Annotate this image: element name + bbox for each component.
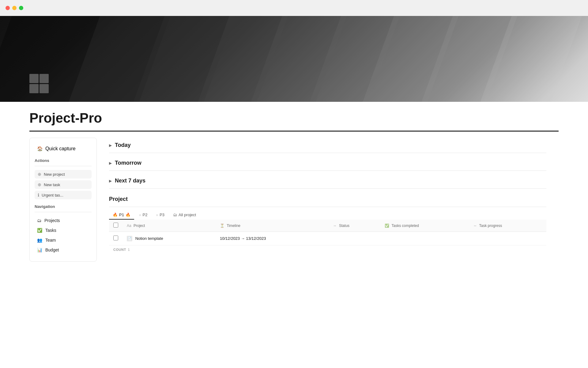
navigation-section-label: Navigation	[35, 204, 92, 209]
row-task-progress-cell	[469, 232, 546, 245]
maximize-button[interactable]	[19, 6, 23, 10]
new-project-button[interactable]: ⊕ New project	[35, 170, 92, 178]
hero-icon-square	[40, 74, 49, 83]
quick-capture-label: Quick capture	[45, 146, 76, 151]
titlebar	[0, 0, 588, 16]
hero-banner	[0, 16, 588, 102]
sidebar-item-team[interactable]: 👥 Team	[35, 236, 92, 245]
row-status-cell	[329, 232, 381, 245]
urgent-task-label: Urgent tas...	[42, 193, 63, 197]
row-project-cell: 📄 Notion template	[123, 232, 216, 245]
project-table: Aa Project ⏳ Timeline ↔ Status	[109, 220, 546, 245]
tasks-icon: ✅	[37, 228, 42, 233]
home-icon: 🏠	[37, 146, 43, 151]
timeline-icon: ⏳	[220, 224, 224, 228]
circle-icon-p2: ○	[139, 213, 141, 217]
row-project-name: Notion template	[135, 236, 163, 240]
count-label: COUNT	[113, 248, 126, 251]
check-icon: ✅	[385, 224, 389, 228]
today-collapse-row[interactable]: ▶ Today	[109, 138, 546, 153]
page-title: Project-Pro	[29, 102, 559, 131]
th-timeline-label: Timeline	[227, 224, 240, 228]
team-icon: 👥	[37, 238, 42, 243]
tab-p1[interactable]: 🔥 P1 🔥	[109, 211, 134, 220]
hero-icon-square	[29, 84, 39, 93]
tab-allproject-label: All project	[179, 213, 196, 217]
next7days-label: Next 7 days	[115, 178, 145, 184]
sidebar: 🏠 Quick capture Actions ⊕ New project ⊕ …	[29, 138, 97, 262]
hero-icon-square	[29, 74, 39, 83]
tab-p1-label: P1	[119, 213, 124, 217]
notion-page-icon: 📄	[127, 236, 132, 241]
projects-icon: 🗂	[37, 218, 41, 223]
th-task-progress-label: Task progress	[479, 224, 502, 228]
tab-p3-label: P3	[160, 213, 164, 217]
today-label: Today	[115, 142, 131, 148]
row-timeline-value: 10/12/2023 → 13/12/2023	[220, 236, 266, 241]
th-tasks-completed-label: Tasks completed	[391, 224, 419, 228]
circle-icon-p3: ○	[156, 213, 158, 217]
chevron-right-icon: ▶	[109, 161, 112, 165]
tab-p2[interactable]: ○ P2	[135, 211, 151, 220]
info-icon: ℹ	[38, 193, 39, 197]
tomorrow-section: ▶ Tomorrow	[109, 155, 546, 171]
hero-icon-square	[40, 84, 49, 93]
actions-divider	[35, 166, 92, 166]
th-status: ↔ Status	[329, 220, 381, 232]
tomorrow-collapse-row[interactable]: ▶ Tomorrow	[109, 155, 546, 171]
tab-p3[interactable]: ○ P3	[152, 211, 168, 220]
page-content: Project-Pro 🏠 Quick capture Actions ⊕ Ne…	[0, 102, 588, 346]
status-icon: ↔	[333, 224, 337, 228]
today-section: ▶ Today	[109, 138, 546, 153]
chevron-right-icon: ▶	[109, 179, 112, 183]
table-row: 📄 Notion template 10/12/2023 → 13/12/202…	[109, 232, 546, 245]
row-timeline-cell: 10/12/2023 → 13/12/2023	[216, 232, 329, 245]
th-project: Aa Project	[123, 220, 216, 232]
tomorrow-label: Tomorrow	[115, 160, 141, 166]
actions-section-label: Actions	[35, 158, 92, 163]
next7days-collapse-row[interactable]: ▶ Next 7 days	[109, 173, 546, 189]
th-timeline: ⏳ Timeline	[216, 220, 329, 232]
navigation-divider	[35, 212, 92, 212]
team-label: Team	[45, 238, 56, 243]
new-project-label: New project	[44, 172, 65, 177]
project-divider	[109, 207, 546, 207]
budget-icon: 📊	[37, 247, 42, 252]
select-all-checkbox[interactable]	[113, 223, 118, 228]
quick-capture-button[interactable]: 🏠 Quick capture	[35, 144, 92, 153]
project-section-title: Project	[109, 196, 546, 202]
chevron-right-icon: ▶	[109, 143, 112, 148]
progress-icon: ↔	[473, 224, 477, 228]
close-button[interactable]	[6, 6, 10, 10]
main-layout: 🏠 Quick capture Actions ⊕ New project ⊕ …	[29, 132, 559, 346]
content-area: ▶ Today ▶ Tomorrow ▶ Next 7 days	[97, 132, 559, 346]
sidebar-item-budget[interactable]: 📊 Budget	[35, 245, 92, 255]
new-task-button[interactable]: ⊕ New task	[35, 180, 92, 189]
th-project-label: Project	[134, 224, 145, 228]
plus-icon: ⊕	[38, 182, 41, 187]
row-checkbox[interactable]	[113, 236, 118, 240]
count-row: COUNT 1	[109, 245, 546, 254]
row-tasks-completed-cell	[380, 232, 469, 245]
plus-icon: ⊕	[38, 172, 41, 177]
minimize-button[interactable]	[12, 6, 17, 10]
fire-icon: 🔥	[113, 213, 118, 217]
text-icon: Aa	[127, 224, 131, 228]
next7days-section: ▶ Next 7 days	[109, 173, 546, 189]
tab-p2-label: P2	[143, 213, 148, 217]
th-tasks-completed: ✅ Tasks completed	[380, 220, 469, 232]
th-checkbox	[109, 220, 123, 232]
tasks-label: Tasks	[45, 228, 56, 233]
tab-allproject[interactable]: 🗂 All project	[169, 211, 200, 220]
hero-icon	[29, 74, 49, 93]
sidebar-item-tasks[interactable]: ✅ Tasks	[35, 226, 92, 235]
budget-label: Budget	[45, 247, 59, 252]
folder-icon: 🗂	[173, 213, 177, 217]
hero-stripes	[0, 16, 588, 102]
th-status-label: Status	[339, 224, 349, 228]
sidebar-item-projects[interactable]: 🗂 Projects	[35, 216, 92, 225]
new-task-label: New task	[44, 182, 60, 187]
projects-label: Projects	[44, 218, 60, 223]
urgent-task-button[interactable]: ℹ Urgent tas...	[35, 191, 92, 199]
tabs-row: 🔥 P1 🔥 ○ P2 ○ P3 🗂 All project	[109, 211, 546, 220]
